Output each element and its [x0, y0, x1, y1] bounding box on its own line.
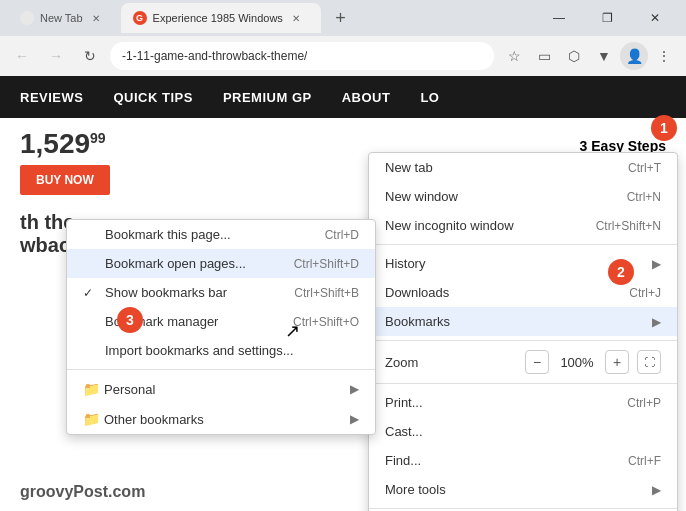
other-bookmarks-label: Other bookmarks	[104, 412, 204, 427]
menu-downloads[interactable]: Downloads Ctrl+J	[369, 278, 677, 307]
show-bookmarks-check: ✓	[83, 286, 99, 300]
tab-active-label: Experience 1985 Windows with t	[153, 12, 283, 24]
buy-now-button[interactable]: BUY NOW	[20, 165, 110, 195]
menu-find-label: Find...	[385, 453, 421, 468]
tab-inactive-label: New Tab	[40, 12, 83, 24]
menu-bookmarks[interactable]: Bookmarks ▶	[369, 307, 677, 336]
zoom-expand-button[interactable]: ⛶	[637, 350, 661, 374]
tab-inactive[interactable]: New Tab ✕	[8, 3, 115, 33]
bookmark-manager[interactable]: Bookmark manager Ctrl+Shift+O	[67, 307, 375, 336]
reload-button[interactable]: ↻	[76, 42, 104, 70]
zoom-plus-button[interactable]: +	[605, 350, 629, 374]
main-dropdown-menu: New tab Ctrl+T New window Ctrl+N New inc…	[368, 152, 678, 511]
bookmark-this-page[interactable]: Bookmark this page... Ctrl+D	[67, 220, 375, 249]
menu-print[interactable]: Print... Ctrl+P	[369, 388, 677, 417]
personal-folder-label: Personal	[104, 382, 155, 397]
browser-frame: New Tab ✕ G Experience 1985 Windows with…	[0, 0, 686, 511]
forward-button[interactable]: →	[42, 42, 70, 70]
import-label: Import bookmarks and settings...	[105, 343, 294, 358]
menu-zoom-label: Zoom	[385, 355, 418, 370]
menu-new-tab[interactable]: New tab Ctrl+T	[369, 153, 677, 182]
show-bookmarks-shortcut: Ctrl+Shift+B	[294, 286, 359, 300]
menu-downloads-shortcut: Ctrl+J	[629, 286, 661, 300]
theme-icon[interactable]: ▼	[590, 42, 618, 70]
menu-bookmarks-label: Bookmarks	[385, 314, 450, 329]
menu-find-shortcut: Ctrl+F	[628, 454, 661, 468]
price-display: 1,52999	[20, 128, 110, 160]
tab-active-favicon: G	[133, 11, 147, 25]
badge-3: 3	[117, 307, 143, 333]
groovy-logo: groovyPost.com	[20, 483, 145, 501]
address-input[interactable]: -1-11-game-and-throwback-theme/	[110, 42, 494, 70]
cast-icon[interactable]: ▭	[530, 42, 558, 70]
menu-downloads-label: Downloads	[385, 285, 449, 300]
menu-new-incognito-label: New incognito window	[385, 218, 514, 233]
address-bar: ← → ↻ -1-11-game-and-throwback-theme/ ☆ …	[0, 36, 686, 76]
menu-more-tools[interactable]: More tools ▶	[369, 475, 677, 504]
show-bookmarks-bar[interactable]: ✓ Show bookmarks bar Ctrl+Shift+B	[67, 278, 375, 307]
personal-folder[interactable]: 📁 Personal ▶	[67, 374, 375, 404]
menu-cast-label: Cast...	[385, 424, 423, 439]
profile-icon[interactable]: 👤	[620, 42, 648, 70]
menu-new-window-label: New window	[385, 189, 458, 204]
page-content: REVIEWS QUICK TIPS PREMIUM GP ABOUT LO 1…	[0, 76, 686, 511]
minimize-button[interactable]: —	[536, 3, 582, 33]
nav-about[interactable]: ABOUT	[342, 90, 391, 105]
menu-bookmarks-arrow: ▶	[652, 315, 661, 329]
restore-button[interactable]: ❐	[584, 3, 630, 33]
divider-1	[369, 244, 677, 245]
menu-find[interactable]: Find... Ctrl+F	[369, 446, 677, 475]
bookmarks-divider	[67, 369, 375, 370]
bookmark-manager-shortcut: Ctrl+Shift+O	[293, 315, 359, 329]
menu-new-tab-shortcut: Ctrl+T	[628, 161, 661, 175]
import-check	[83, 344, 99, 358]
zoom-minus-button[interactable]: −	[525, 350, 549, 374]
bookmark-this-check	[83, 228, 99, 242]
menu-more-tools-arrow: ▶	[652, 483, 661, 497]
bookmark-star-icon[interactable]: ☆	[500, 42, 528, 70]
bookmarks-submenu: Bookmark this page... Ctrl+D Bookmark op…	[66, 219, 376, 435]
badge-1: 1	[651, 115, 677, 141]
close-button[interactable]: ✕	[632, 3, 678, 33]
menu-cast[interactable]: Cast...	[369, 417, 677, 446]
bookmark-this-shortcut: Ctrl+D	[325, 228, 359, 242]
divider-3	[369, 383, 677, 384]
divider-4	[369, 508, 677, 509]
other-bookmarks-icon: 📁	[83, 411, 100, 427]
address-text: -1-11-game-and-throwback-theme/	[122, 49, 307, 63]
personal-folder-icon: 📁	[83, 381, 100, 397]
import-bookmarks[interactable]: Import bookmarks and settings...	[67, 336, 375, 365]
new-tab-button[interactable]: +	[327, 4, 355, 32]
bookmark-open-label: Bookmark open pages...	[105, 256, 246, 271]
zoom-value: 100%	[557, 355, 597, 370]
site-nav: REVIEWS QUICK TIPS PREMIUM GP ABOUT LO	[0, 76, 686, 118]
menu-icon[interactable]: ⋮	[650, 42, 678, 70]
menu-print-label: Print...	[385, 395, 423, 410]
bookmark-manager-check	[83, 315, 99, 329]
tab-active-close[interactable]: ✕	[289, 11, 303, 25]
show-bookmarks-label: Show bookmarks bar	[105, 285, 227, 300]
window-controls: — ❐ ✕	[536, 3, 678, 33]
menu-new-incognito[interactable]: New incognito window Ctrl+Shift+N	[369, 211, 677, 240]
nav-premium-gp[interactable]: PREMIUM GP	[223, 90, 312, 105]
other-bookmarks-arrow: ▶	[350, 412, 359, 426]
menu-history-arrow: ▶	[652, 257, 661, 271]
badge-2: 2	[608, 259, 634, 285]
tab-inactive-close[interactable]: ✕	[89, 11, 103, 25]
bookmark-open-pages[interactable]: Bookmark open pages... Ctrl+Shift+D	[67, 249, 375, 278]
zoom-controls: − 100% + ⛶	[525, 350, 661, 374]
nav-reviews[interactable]: REVIEWS	[20, 90, 83, 105]
menu-new-window[interactable]: New window Ctrl+N	[369, 182, 677, 211]
menu-new-window-shortcut: Ctrl+N	[627, 190, 661, 204]
tab-active[interactable]: G Experience 1985 Windows with t ✕	[121, 3, 321, 33]
nav-quick-tips[interactable]: QUICK TIPS	[113, 90, 192, 105]
nav-lo[interactable]: LO	[420, 90, 439, 105]
toolbar-icons: ☆ ▭ ⬡ ▼ 👤 ⋮	[500, 42, 678, 70]
other-bookmarks[interactable]: 📁 Other bookmarks ▶	[67, 404, 375, 434]
divider-2	[369, 340, 677, 341]
menu-print-shortcut: Ctrl+P	[627, 396, 661, 410]
back-button[interactable]: ←	[8, 42, 36, 70]
title-bar: New Tab ✕ G Experience 1985 Windows with…	[0, 0, 686, 36]
menu-history-label: History	[385, 256, 425, 271]
extensions-icon[interactable]: ⬡	[560, 42, 588, 70]
